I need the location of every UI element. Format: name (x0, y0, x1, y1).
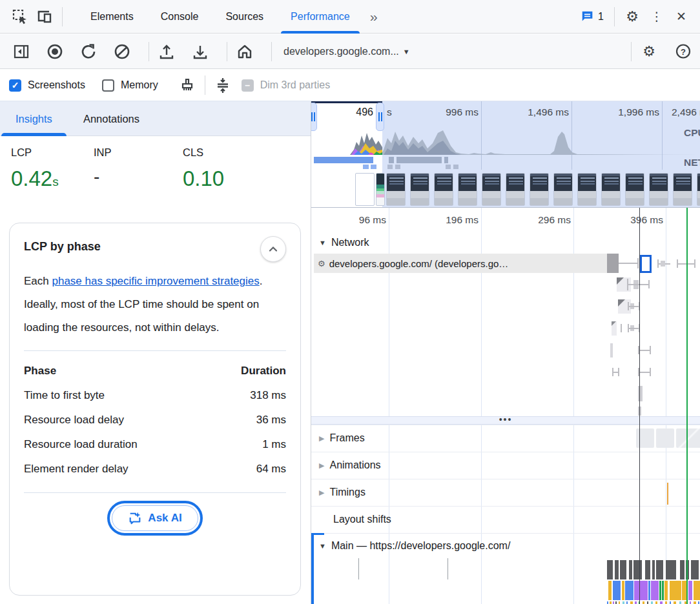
filmstrip-thumbnail[interactable] (553, 173, 573, 206)
phase-column-header: Phase (24, 359, 56, 383)
download-icon (192, 43, 209, 60)
filmstrip-thumbnail[interactable] (577, 173, 597, 206)
ruler-tick: 96 ms (328, 214, 386, 226)
frame-thumbnail[interactable] (656, 428, 674, 448)
timing-marker[interactable] (667, 483, 668, 505)
gear-icon: ⚙ (318, 259, 325, 268)
shortcuts-dialog-button[interactable] (211, 73, 235, 97)
filmstrip-thumbnail[interactable] (649, 173, 668, 206)
help-button[interactable]: ? (670, 39, 695, 64)
filmstrip-thumbnail[interactable] (434, 173, 453, 206)
network-request-bar-small[interactable] (661, 261, 665, 267)
track-main[interactable]: ▼ Main — https://developers.google.com/ (311, 534, 700, 558)
filmstrip-thumbnail[interactable] (376, 173, 385, 206)
network-overview-bar (446, 165, 451, 169)
triangle-down-icon[interactable]: ▼ (319, 239, 326, 247)
record-and-reload-button[interactable] (76, 39, 101, 64)
selected-network-request[interactable] (640, 255, 652, 273)
network-request-cap[interactable] (607, 254, 619, 273)
tab-annotations[interactable]: Annotations (68, 101, 155, 136)
flame-chart-tick (610, 601, 612, 604)
issues-bubble-icon (581, 10, 595, 24)
track-layout-shifts[interactable]: Layout shifts (311, 506, 700, 533)
capture-settings-button[interactable]: ⚙ (637, 39, 661, 64)
inp-value[interactable]: - (94, 166, 183, 187)
recorded-page-selector[interactable]: developers.google.com... ▼ (277, 46, 417, 57)
ask-ai-button[interactable]: Ask AI (107, 501, 202, 536)
timeline-overview[interactable]: 496 s 996 ms 1,496 ms 1,996 ms 2,496 ms (311, 101, 700, 208)
menu-button[interactable]: ⋮ (644, 5, 669, 29)
track-animations[interactable]: ▶ Animations (311, 452, 700, 479)
filmstrip-thumbnail[interactable] (530, 173, 549, 206)
dim-third-parties-checkbox[interactable]: – Dim 3rd parties (242, 79, 330, 92)
filmstrip-thumbnail[interactable] (410, 173, 429, 206)
triangle-right-icon[interactable]: ▶ (319, 461, 324, 470)
collapse-arrows-icon (214, 77, 231, 94)
panel-left-icon (13, 43, 30, 60)
network-request-bar[interactable]: ⚙ developers.google.com/ (developers.go… (314, 254, 607, 273)
network-overview-band (311, 155, 700, 171)
help-icon: ? (674, 43, 692, 60)
filmstrip-thumbnail[interactable] (697, 173, 700, 206)
flame-chart-tick (679, 601, 681, 604)
filmstrip-thumbnail[interactable] (625, 173, 644, 206)
triangle-down-icon[interactable]: ▼ (319, 542, 326, 550)
checkbox-empty-icon (102, 79, 114, 92)
save-profile-button[interactable] (188, 39, 212, 64)
collapse-card-button[interactable] (260, 236, 286, 262)
tab-console[interactable]: Console (147, 0, 212, 34)
flame-chart-tick (623, 601, 624, 604)
track-network[interactable]: ▼ Network (311, 232, 700, 253)
live-metrics-button[interactable] (232, 39, 257, 64)
tab-elements[interactable]: Elements (77, 0, 147, 34)
settings-button[interactable]: ⚙ (620, 5, 644, 29)
phase-duration: 1 ms (262, 432, 286, 457)
lcp-value[interactable]: 0.42s (11, 166, 94, 191)
tab-insights[interactable]: Insights (0, 101, 68, 136)
phase-strategies-link[interactable]: phase has specific improvement strategie… (52, 275, 259, 287)
selection-right-handle[interactable] (376, 103, 384, 131)
flame-chart-tick (690, 601, 691, 604)
network-overview-bar (363, 165, 369, 169)
load-profile-button[interactable] (154, 39, 179, 64)
performance-toolbar: developers.google.com... ▼ ⚙ ? (0, 34, 700, 69)
close-devtools-button[interactable]: ✕ (669, 5, 694, 29)
network-request-bar[interactable] (610, 343, 613, 357)
network-whisker (694, 259, 695, 268)
flame-chart-tick (643, 601, 644, 604)
flame-chart-tick (613, 601, 614, 604)
record-button[interactable] (43, 39, 67, 64)
inspect-element-button[interactable] (8, 5, 32, 29)
memory-checkbox[interactable]: Memory (102, 79, 158, 92)
timeline-main[interactable]: 96 ms 196 ms 296 ms 396 ms ▼ Network ⚙ d… (311, 208, 700, 604)
timeline-playhead[interactable] (639, 208, 640, 604)
more-tabs-icon[interactable]: ›› (364, 9, 383, 25)
cls-value[interactable]: 0.10 (183, 166, 311, 191)
sidebar-tab-strip: Insights Annotations (0, 101, 311, 136)
filmstrip-thumbnail[interactable] (673, 173, 692, 206)
filmstrip-thumbnail[interactable] (601, 173, 621, 206)
collect-garbage-button[interactable] (175, 73, 200, 97)
network-overview-bar (387, 165, 393, 169)
toggle-sidebar-button[interactable] (9, 39, 34, 64)
selection-left-handle[interactable] (311, 103, 317, 131)
table-row: Time to first byte 318 ms (24, 383, 286, 408)
network-track-resizer[interactable]: ••• (311, 416, 700, 425)
tab-sources[interactable]: Sources (212, 0, 277, 34)
frame-thumbnail[interactable] (676, 428, 700, 448)
filmstrip-thumbnail[interactable] (386, 173, 406, 206)
divider (311, 533, 700, 534)
filmstrip-thumbnail[interactable] (355, 173, 375, 206)
screenshots-checkbox[interactable]: ✓ Screenshots (9, 79, 85, 92)
filmstrip-thumbnail[interactable] (506, 173, 525, 206)
table-row: Resource load delay 36 ms (24, 408, 286, 432)
filmstrip-thumbnail[interactable] (458, 173, 477, 206)
core-web-vitals-metrics: LCP 0.42s INP - CLS 0.10 (0, 136, 311, 191)
clear-button[interactable] (110, 39, 134, 64)
network-whisker (618, 368, 619, 376)
issues-counter[interactable]: 1 (575, 10, 609, 24)
filmstrip-thumbnail[interactable] (482, 173, 501, 206)
device-toolbar-button[interactable] (32, 5, 57, 29)
network-request-bar[interactable] (612, 321, 617, 336)
tab-performance[interactable]: Performance (277, 0, 364, 34)
